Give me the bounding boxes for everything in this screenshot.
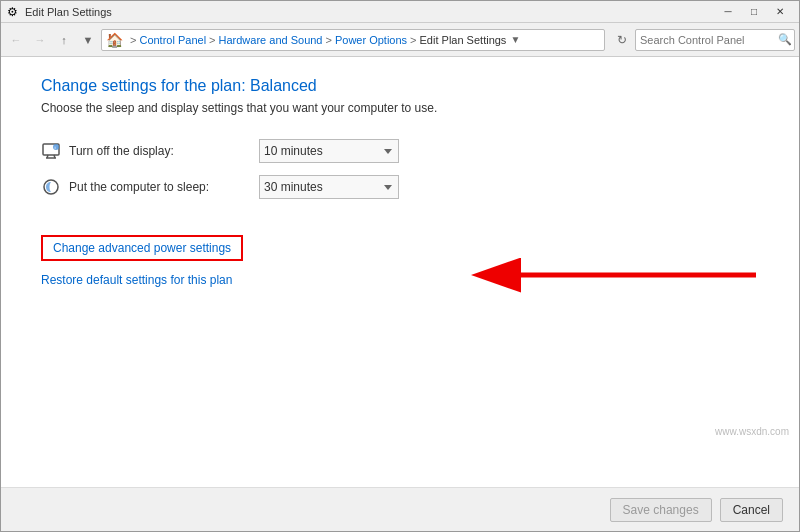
search-input[interactable] — [640, 34, 778, 46]
window: ⚙ Edit Plan Settings ─ □ ✕ ← → ↑ ▼ 🏠 > C… — [0, 0, 800, 532]
svg-text:i: i — [55, 145, 56, 150]
restore-defaults-link[interactable]: Restore default settings for this plan — [41, 273, 759, 287]
nav-bar: ← → ↑ ▼ 🏠 > Control Panel > Hardware and… — [1, 23, 799, 57]
display-select[interactable]: 10 minutes 1 minute 2 minutes 5 minutes … — [259, 139, 399, 163]
minimize-button[interactable]: ─ — [715, 2, 741, 22]
display-icon: i — [41, 141, 61, 161]
sleep-label: Put the computer to sleep: — [69, 180, 249, 194]
watermark: www.wsxdn.com — [715, 426, 789, 437]
search-icon: 🔍 — [778, 33, 792, 46]
page-title: Change settings for the plan: Balanced — [41, 77, 759, 95]
sleep-select[interactable]: 30 minutes 1 minute 2 minutes 5 minutes … — [259, 175, 399, 199]
breadcrumb-bar: 🏠 > Control Panel > Hardware and Sound >… — [101, 29, 605, 51]
recent-locations-button[interactable]: ▼ — [77, 29, 99, 51]
sleep-icon — [41, 177, 61, 197]
refresh-button[interactable]: ↻ — [611, 29, 633, 51]
page-subtitle: Choose the sleep and display settings th… — [41, 101, 759, 115]
breadcrumb-power-options[interactable]: Power Options — [335, 34, 407, 46]
maximize-button[interactable]: □ — [741, 2, 767, 22]
save-changes-button[interactable]: Save changes — [610, 498, 712, 522]
advanced-power-settings-link[interactable]: Change advanced power settings — [41, 235, 243, 261]
forward-button[interactable]: → — [29, 29, 51, 51]
breadcrumb-hardware-sound[interactable]: Hardware and Sound — [219, 34, 323, 46]
bottom-bar: Save changes Cancel — [1, 487, 799, 531]
cancel-button[interactable]: Cancel — [720, 498, 783, 522]
search-bar: 🔍 — [635, 29, 795, 51]
display-setting-row: i Turn off the display: 10 minutes 1 min… — [41, 139, 759, 163]
window-title: Edit Plan Settings — [25, 6, 112, 18]
content-area: Change settings for the plan: Balanced C… — [1, 57, 799, 487]
close-button[interactable]: ✕ — [767, 2, 793, 22]
back-button[interactable]: ← — [5, 29, 27, 51]
title-bar: ⚙ Edit Plan Settings ─ □ ✕ — [1, 1, 799, 23]
sleep-setting-row: Put the computer to sleep: 30 minutes 1 … — [41, 175, 759, 199]
breadcrumb-control-panel[interactable]: Control Panel — [139, 34, 206, 46]
title-bar-left: ⚙ Edit Plan Settings — [7, 5, 112, 19]
display-label: Turn off the display: — [69, 144, 249, 158]
links-section: Change advanced power settings Restore d… — [41, 235, 759, 287]
settings-section: i Turn off the display: 10 minutes 1 min… — [41, 139, 759, 211]
title-bar-controls: ─ □ ✕ — [715, 2, 793, 22]
breadcrumb-dropdown[interactable]: ▼ — [510, 34, 520, 45]
breadcrumb-current: Edit Plan Settings — [420, 34, 507, 46]
window-icon: ⚙ — [7, 5, 21, 19]
up-button[interactable]: ↑ — [53, 29, 75, 51]
